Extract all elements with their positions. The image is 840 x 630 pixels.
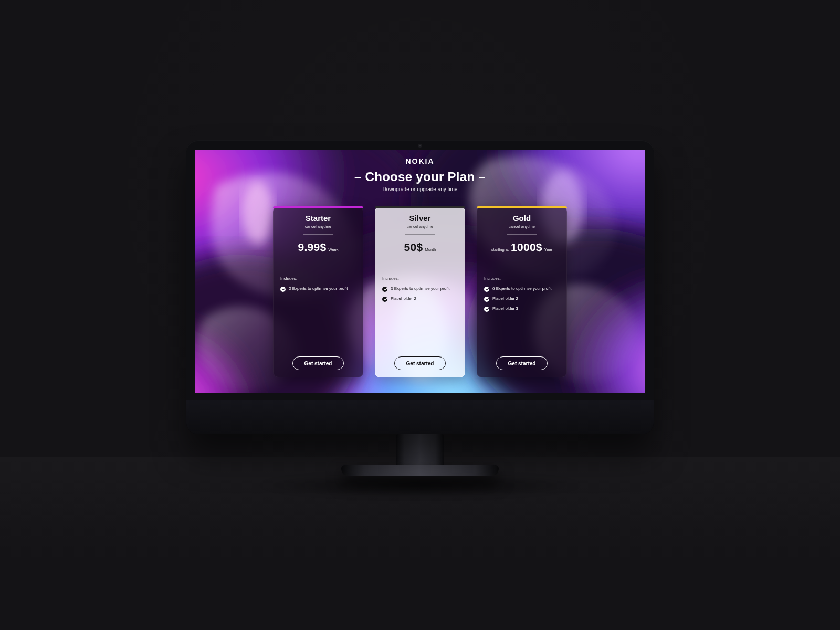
monitor-chin [186,400,654,434]
price-value: 50$ [404,241,423,254]
price-period: Week [329,247,339,252]
divider [498,260,545,260]
check-icon [280,287,286,292]
check-icon [484,307,489,312]
plan-name: Gold [484,214,560,223]
page-subtitle: Downgrade or upgrade any time [195,186,645,192]
plan-subtitle: cancel anytime [484,224,560,229]
price-period: Month [425,247,436,252]
feature-list: 2 Experts to optimise your profit [280,286,356,292]
feature-item: Placeholder 2 [382,296,458,302]
get-started-button[interactable]: Get started [292,356,344,370]
page-title: – Choose your Plan – [195,170,645,184]
screen: NOKIA – Choose your Plan – Downgrade or … [195,150,645,393]
plan-price: 50$ Month [382,241,458,254]
divider [295,260,342,260]
webcam-icon [418,144,422,148]
plan-card-silver: Silver cancel anytime 50$ Month Includes… [375,206,465,377]
check-icon [484,287,489,292]
feature-text: 6 Experts to optimise your profit [492,286,552,291]
plan-card-gold: Gold cancel anytime starting at 1000$ Ye… [477,206,567,377]
feature-item: Placeholder 2 [484,296,560,302]
includes-label: Includes: [382,276,458,281]
plan-subtitle: cancel anytime [382,224,458,229]
divider [507,234,537,235]
plan-name: Silver [382,214,458,223]
includes-label: Includes: [280,276,356,281]
brand-logo: NOKIA [195,157,645,165]
plan-price: 9.99$ Week [280,241,356,254]
feature-text: Placeholder 2 [492,296,518,301]
price-value: 1000$ [511,241,542,254]
feature-text: 2 Experts to optimise your profit [289,286,348,291]
plan-name: Starter [280,214,356,223]
check-icon [382,287,387,292]
feature-item: 2 Experts to optimise your profit [280,286,356,292]
feature-item: Placeholder 3 [484,306,560,312]
monitor-bezel: NOKIA – Choose your Plan – Downgrade or … [186,140,654,434]
get-started-button[interactable]: Get started [394,356,446,370]
price-prefix: starting at [491,247,509,252]
feature-list: 3 Experts to optimise your profit Placeh… [382,286,458,302]
feature-item: 3 Experts to optimise your profit [382,286,458,292]
plan-subtitle: cancel anytime [280,224,356,229]
price-value: 9.99$ [298,241,326,254]
feature-text: Placeholder 2 [391,296,416,301]
feature-item: 6 Experts to optimise your profit [484,286,560,292]
price-period: Year [544,247,552,252]
get-started-button[interactable]: Get started [496,356,548,370]
check-icon [484,297,489,302]
divider [303,234,333,235]
pricing-cards: Starter cancel anytime 9.99$ Week Includ… [195,206,645,377]
monitor-stand-base [341,465,499,476]
includes-label: Includes: [484,276,560,281]
divider [405,234,435,235]
plan-card-starter: Starter cancel anytime 9.99$ Week Includ… [273,206,363,377]
plan-price: starting at 1000$ Year [484,241,560,254]
monitor-shadow [257,472,583,498]
feature-text: 3 Experts to optimise your profit [391,286,450,291]
feature-list: 6 Experts to optimise your profit Placeh… [484,286,560,312]
feature-text: Placeholder 3 [492,306,518,311]
divider [396,260,444,260]
check-icon [382,297,387,302]
